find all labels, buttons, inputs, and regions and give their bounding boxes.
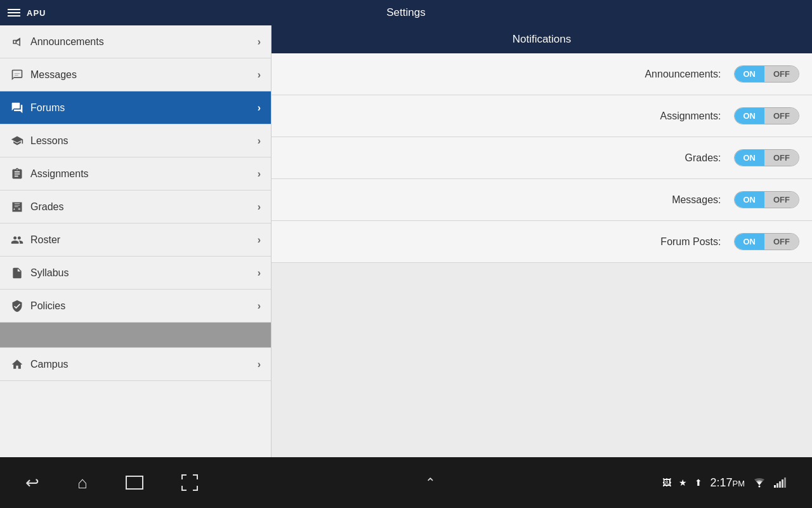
notifications-header: Notifications bbox=[272, 25, 812, 53]
chevron-icon-campus: › bbox=[258, 359, 261, 370]
sidebar-item-label-announcements: Announcements bbox=[30, 36, 258, 48]
notification-label-messages: Messages: bbox=[672, 194, 721, 206]
bottom-nav: ↩ ⌂ bbox=[25, 473, 198, 493]
sidebar-item-label-lessons: Lessons bbox=[30, 135, 258, 147]
sidebar-item-syllabus[interactable]: Syllabus› bbox=[0, 257, 271, 290]
forum-icon bbox=[10, 101, 24, 115]
chevron-icon-assignments: › bbox=[258, 168, 261, 180]
clock: 2:17PM bbox=[710, 476, 745, 490]
toggle-group-assignments: ONOFF bbox=[734, 107, 800, 124]
toggle-on-messages[interactable]: ON bbox=[735, 192, 765, 208]
bottom-bar: ↩ ⌂ ⌃ 🖼 ★ ⬆ 2:17PM bbox=[0, 457, 812, 508]
message-icon bbox=[10, 68, 24, 82]
toggle-off-grades[interactable]: OFF bbox=[764, 150, 799, 166]
svg-point-8 bbox=[758, 486, 760, 488]
sidebar-item-policies[interactable]: Policies› bbox=[0, 290, 271, 323]
page-title: Settings bbox=[386, 6, 425, 19]
upload-icon: ⬆ bbox=[695, 478, 702, 488]
notification-row-assignments: Assignments:ONOFF bbox=[272, 95, 812, 137]
grades-icon bbox=[10, 200, 24, 214]
apu-logo: APU bbox=[27, 8, 46, 18]
svg-rect-12 bbox=[782, 479, 783, 488]
notification-label-grades: Grades: bbox=[685, 152, 721, 164]
toggle-group-messages: ONOFF bbox=[734, 191, 800, 208]
sidebar-item-label-roster: Roster bbox=[30, 234, 258, 246]
sidebar-item-label-syllabus: Syllabus bbox=[30, 267, 258, 279]
sidebar-item-messages[interactable]: Messages› bbox=[0, 58, 271, 91]
svg-rect-9 bbox=[774, 485, 776, 488]
syllabus-icon bbox=[10, 266, 24, 280]
screenshot-icon: 🖼 bbox=[662, 478, 671, 488]
chevron-icon-lessons: › bbox=[258, 135, 261, 147]
sidebar-item-label-forums: Forums bbox=[30, 102, 258, 114]
sidebar-item-forums[interactable]: Forums› bbox=[0, 91, 271, 124]
chevron-icon-roster: › bbox=[258, 234, 261, 246]
notification-label-forum-posts: Forum Posts: bbox=[660, 236, 721, 248]
content-area: Notifications Announcements:ONOFFAssignm… bbox=[272, 25, 812, 457]
sidebar-separator bbox=[0, 323, 271, 348]
back-button[interactable]: ↩ bbox=[25, 473, 39, 493]
notification-row-forum-posts: Forum Posts:ONOFF bbox=[272, 221, 812, 263]
svg-rect-11 bbox=[779, 481, 781, 488]
menu-icon[interactable] bbox=[8, 9, 20, 17]
toggle-on-announcements[interactable]: ON bbox=[735, 66, 765, 82]
toggle-group-announcements: ONOFF bbox=[734, 65, 800, 83]
notification-row-announcements: Announcements:ONOFF bbox=[272, 53, 812, 95]
main-layout: Announcements›Messages›Forums›Lessons›As… bbox=[0, 25, 812, 457]
scan-button[interactable] bbox=[181, 474, 198, 491]
toggle-off-forum-posts[interactable]: OFF bbox=[764, 234, 799, 250]
toggle-on-forum-posts[interactable]: ON bbox=[735, 234, 765, 250]
campus-icon bbox=[10, 358, 24, 371]
svg-rect-7 bbox=[197, 486, 198, 491]
toggle-group-forum-posts: ONOFF bbox=[734, 233, 800, 250]
wifi-icon bbox=[752, 478, 766, 488]
chevron-icon-messages: › bbox=[258, 69, 261, 81]
sidebar-item-label-campus: Campus bbox=[30, 359, 258, 370]
home-button[interactable]: ⌂ bbox=[77, 473, 88, 493]
toggle-on-grades[interactable]: ON bbox=[735, 150, 765, 166]
assignment-icon bbox=[10, 167, 24, 181]
notification-row-grades: Grades:ONOFF bbox=[272, 137, 812, 179]
svg-rect-1 bbox=[181, 474, 183, 479]
lesson-icon bbox=[10, 134, 24, 148]
notification-label-assignments: Assignments: bbox=[660, 110, 721, 122]
svg-rect-13 bbox=[784, 478, 786, 488]
top-bar: APU Settings bbox=[0, 0, 812, 25]
sidebar-item-announcements[interactable]: Announcements› bbox=[0, 25, 271, 58]
sidebar-item-assignments[interactable]: Assignments› bbox=[0, 157, 271, 190]
svg-rect-3 bbox=[197, 474, 198, 479]
toggle-group-grades: ONOFF bbox=[734, 149, 800, 166]
sidebar-item-label-grades: Grades bbox=[30, 201, 258, 213]
recents-button[interactable] bbox=[126, 476, 143, 490]
roster-icon bbox=[10, 233, 24, 247]
signal-icon bbox=[774, 478, 787, 488]
center-button[interactable]: ⌃ bbox=[425, 475, 436, 490]
sidebar-item-grades[interactable]: Grades› bbox=[0, 190, 271, 224]
notification-label-announcements: Announcements: bbox=[645, 69, 721, 80]
policies-icon bbox=[10, 299, 24, 313]
svg-rect-5 bbox=[181, 486, 183, 491]
sidebar-item-lessons[interactable]: Lessons› bbox=[0, 124, 271, 157]
sidebar: Announcements›Messages›Forums›Lessons›As… bbox=[0, 25, 272, 457]
toggle-off-messages[interactable]: OFF bbox=[764, 192, 799, 208]
chevron-icon-forums: › bbox=[258, 102, 261, 114]
svg-rect-10 bbox=[776, 483, 778, 488]
sidebar-item-campus[interactable]: Campus› bbox=[0, 348, 271, 381]
sidebar-item-label-assignments: Assignments bbox=[30, 168, 258, 180]
status-bar: 🖼 ★ ⬆ 2:17PM bbox=[662, 476, 787, 490]
megaphone-icon bbox=[10, 35, 24, 49]
toggle-off-assignments[interactable]: OFF bbox=[764, 108, 799, 124]
toggle-on-assignments[interactable]: ON bbox=[735, 108, 765, 124]
notification-row-messages: Messages:ONOFF bbox=[272, 179, 812, 221]
chevron-icon-announcements: › bbox=[258, 36, 261, 48]
sidebar-item-label-messages: Messages bbox=[30, 69, 258, 81]
chevron-icon-syllabus: › bbox=[258, 267, 261, 279]
sidebar-item-roster[interactable]: Roster› bbox=[0, 224, 271, 257]
star-icon: ★ bbox=[679, 478, 687, 488]
chevron-icon-grades: › bbox=[258, 201, 261, 213]
chevron-icon-policies: › bbox=[258, 300, 261, 312]
toggle-off-announcements[interactable]: OFF bbox=[764, 66, 799, 82]
sidebar-item-label-policies: Policies bbox=[30, 300, 258, 312]
